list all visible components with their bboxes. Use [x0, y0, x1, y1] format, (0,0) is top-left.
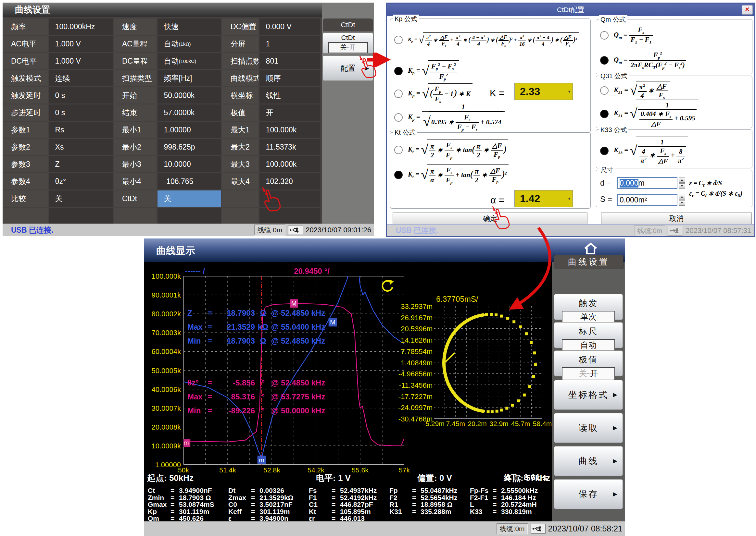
dialog-title-bar: CtDt配置 ✕: [387, 4, 754, 16]
settings-label-cell: CtDt: [114, 190, 157, 207]
ok-button[interactable]: 确定: [393, 213, 588, 225]
table-cell: ε=3.94900n: [228, 515, 309, 521]
settings-value-cell[interactable]: 11.5373k: [260, 139, 320, 155]
clock-text: 2023/10/07 08:58:21: [548, 524, 623, 533]
settings-value-cell[interactable]: 频率[Hz]: [158, 70, 221, 86]
alpha-constant-value: 1.42: [515, 190, 572, 207]
settings-value-cell[interactable]: 连续: [49, 70, 113, 86]
radio-qm-option-1[interactable]: [600, 31, 609, 40]
dimension-legend: 尺寸: [599, 166, 615, 175]
table-cell: Fp-Fs=2.55500kHz: [470, 487, 551, 494]
radio-kp-option-3[interactable]: [394, 89, 403, 98]
radio-kp-option-4[interactable]: [394, 113, 403, 122]
settings-value-cell[interactable]: 100.000k: [260, 156, 320, 172]
ctdt-toggle-button[interactable]: CtDt 关-开: [323, 33, 373, 53]
settings-value-cell[interactable]: [158, 208, 221, 224]
k-constant-dropdown[interactable]: 2.33 ▼: [514, 83, 573, 100]
y-axis-tick: 20.0008k: [144, 423, 181, 431]
radio-qm-option-2[interactable]: [600, 56, 609, 65]
settings-value-cell[interactable]: 1.00000: [158, 122, 221, 138]
settings-value-cell[interactable]: 1: [260, 36, 320, 52]
readout-line: θz°=-5.856°@ 52.4850 kHz: [187, 376, 325, 390]
q31-formula-group: Q31 公式 K31 = √π24 ∗ △FFsK31 = √10.404 ∗ …: [596, 76, 752, 128]
radio-q31-option-2[interactable]: [600, 110, 609, 118]
settings-value-cell[interactable]: Xs: [49, 139, 113, 155]
settings-value-cell[interactable]: 自动(1kΩ): [158, 36, 221, 52]
settings-value-cell[interactable]: 1.000 V: [49, 36, 113, 52]
radio-kp-option-1[interactable]: [394, 36, 403, 44]
settings-label-cell: 触发模式: [3, 70, 48, 86]
table-cell: Kp=301.119m: [148, 508, 228, 515]
circle-y-tick: 20.5396m: [396, 325, 433, 333]
settings-value-cell[interactable]: 102.320: [260, 173, 320, 189]
settings-value-cell[interactable]: Rs: [49, 122, 113, 138]
radio-q31-option-1[interactable]: [600, 86, 609, 95]
settings-value-cell[interactable]: [260, 208, 320, 224]
radio-kt-option-2[interactable]: [394, 171, 403, 179]
refresh-rotate-icon[interactable]: [380, 279, 395, 296]
settings-value-cell[interactable]: 顺序: [260, 70, 320, 86]
settings-value-cell[interactable]: 1.000 V: [49, 53, 113, 69]
settings-value-cell[interactable]: 快速: [158, 18, 221, 35]
sidebar-button-标尺[interactable]: 标尺自动: [554, 322, 623, 348]
d-input[interactable]: 0.000m: [617, 177, 677, 189]
sidebar-button-触发[interactable]: 触发单次: [554, 294, 623, 320]
settings-value-cell[interactable]: 0.000 V: [260, 18, 320, 35]
y-axis-tick: 70.0003k: [144, 329, 181, 337]
q31-legend: Q31 公式: [599, 72, 629, 81]
settings-value-cell[interactable]: 10.0000: [158, 156, 221, 172]
settings-label-cell: DC电平: [3, 53, 48, 69]
kp-legend: Kp 公式: [393, 15, 419, 23]
radio-kt-option-1[interactable]: [394, 146, 403, 154]
settings-value-cell[interactable]: 开: [260, 105, 320, 121]
svg-text:m: m: [259, 456, 264, 464]
settings-value-cell[interactable]: 自动(100kΩ): [158, 53, 221, 69]
cancel-button[interactable]: 取消: [601, 213, 752, 225]
settings-row: [3, 208, 321, 224]
settings-label-cell: 速度: [114, 18, 157, 35]
alpha-constant-dropdown[interactable]: 1.42 ▼: [514, 190, 573, 207]
radio-k33-option-1[interactable]: [600, 147, 609, 155]
readout-line: Min=18.7903Ω@ 52.4850 kHz: [187, 334, 325, 348]
sidebar-button-曲线[interactable]: 曲线►: [554, 446, 623, 476]
settings-value-cell[interactable]: 801: [260, 53, 320, 69]
radio-kp-option-2[interactable]: [394, 67, 403, 75]
settings-value-cell[interactable]: 0 s: [49, 87, 113, 104]
k-constant-label: K =: [490, 87, 505, 99]
settings-label-cell: 触发延时: [3, 87, 48, 104]
settings-value-cell[interactable]: 100.000kHz: [49, 18, 113, 35]
close-icon[interactable]: ✕: [742, 5, 753, 15]
k-constant-value: 2.33: [515, 84, 572, 100]
settings-value-cell[interactable]: 线性: [260, 87, 320, 104]
s-input[interactable]: 0.000m²: [617, 194, 677, 206]
sidebar-button-坐标格式[interactable]: 坐标格式►: [554, 380, 623, 410]
settings-label-cell: 横坐标: [222, 87, 259, 104]
table-cell: F1=52.4192kHz: [309, 494, 389, 501]
dimension-group: 尺寸 d = 0.000m ▲▼ S = 0.000m² ▲▼ ε = Ct ∗…: [596, 170, 752, 207]
settings-value-cell[interactable]: Z: [49, 156, 113, 172]
ctdt-config-button[interactable]: 配置 ►: [323, 55, 373, 81]
settings-value-cell[interactable]: 100.000k: [260, 122, 320, 138]
settings-value-cell[interactable]: 998.625p: [158, 139, 221, 155]
settings-value-cell[interactable]: 关: [49, 190, 113, 207]
settings-value-cell[interactable]: θz°: [49, 173, 113, 189]
sidebar-button-保存[interactable]: 保存►: [554, 479, 623, 509]
settings-value-cell[interactable]: 57.0000k: [158, 105, 221, 121]
settings-value-cell[interactable]: -106.765: [158, 173, 221, 189]
legend-magenta: 20.9450 °/: [294, 267, 330, 276]
sidebar-button-极值[interactable]: 极值关-开: [554, 351, 623, 376]
s-spinner[interactable]: ▲▼: [679, 194, 685, 206]
settings-value-cell[interactable]: 50.0000k: [158, 87, 221, 104]
sidebar-button-读取[interactable]: 读取►: [554, 413, 623, 443]
settings-row: 参数4θz°最小4-106.765最大4102.320: [3, 173, 321, 189]
d-spinner[interactable]: ▲▼: [679, 177, 685, 189]
settings-value-cell[interactable]: 0 s: [49, 105, 113, 121]
y-axis-tick: 90.0001k: [144, 291, 181, 299]
settings-value-cell[interactable]: [49, 208, 113, 224]
footer-field: 电平: 1 V: [316, 472, 351, 484]
circle-y-tick: -11.3456m: [396, 381, 433, 390]
usb-icon: [668, 226, 683, 236]
settings-value-cell[interactable]: [260, 190, 320, 207]
sidebar-item-curve-settings[interactable]: 曲线设置: [554, 255, 624, 269]
settings-value-cell[interactable]: 关: [158, 190, 221, 207]
